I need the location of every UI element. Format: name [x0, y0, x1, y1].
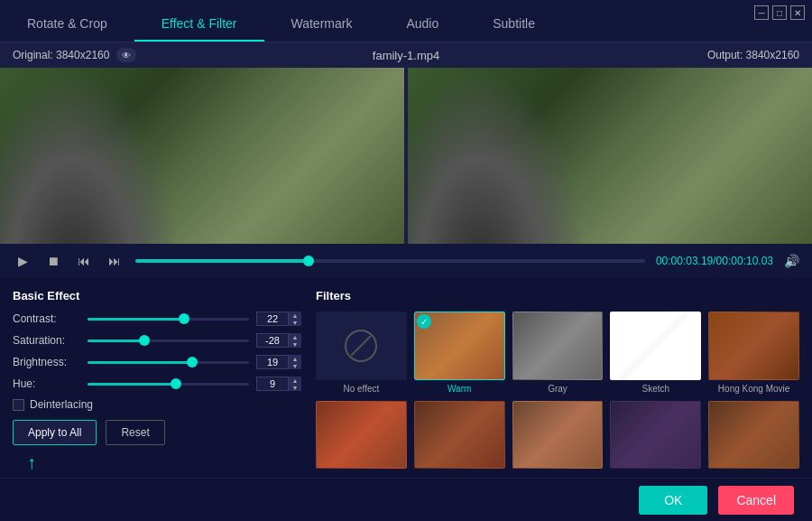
- saturation-spinner[interactable]: ▲ ▼: [289, 333, 301, 348]
- playback-controls: ▶ ⏹ ⏮ ⏭ 00:00:03.19/00:00:10.03 🔊: [0, 244, 812, 278]
- brightness-label: Brightness:: [13, 356, 80, 368]
- filter-warm[interactable]: ✓ Warm: [414, 312, 505, 394]
- filter-thumb-r5: [708, 401, 799, 470]
- preview-toggle-icon[interactable]: 👁: [116, 48, 136, 62]
- maximize-button[interactable]: □: [772, 5, 787, 20]
- saturation-down[interactable]: ▼: [289, 340, 301, 348]
- brightness-row: Brightness: 19 ▲ ▼: [13, 355, 301, 369]
- hue-thumb[interactable]: [171, 378, 181, 389]
- filter-hk-movie[interactable]: Hong Kong Movie: [708, 312, 799, 394]
- progress-fill: [135, 259, 309, 263]
- filter-thumb-gray: [512, 312, 604, 380]
- head-overlay: [0, 68, 180, 244]
- filter-r2[interactable]: [414, 401, 505, 473]
- tab-bar: Rotate & Crop Effect & Filter Watermark …: [0, 0, 812, 42]
- video-original: [0, 68, 404, 244]
- saturation-fill: [88, 340, 144, 342]
- filter-r1[interactable]: [316, 401, 407, 473]
- contrast-down[interactable]: ▼: [289, 319, 301, 326]
- minimize-button[interactable]: ─: [754, 5, 769, 20]
- time-display: 00:00:03.19/00:00:10.03: [656, 255, 773, 267]
- contrast-row: Contrast: 22 ▲ ▼: [13, 312, 301, 326]
- progress-bar[interactable]: [135, 259, 645, 263]
- hue-value[interactable]: 9: [256, 377, 289, 391]
- filter-thumb-no-effect: [316, 312, 407, 380]
- video-preview: [408, 68, 812, 244]
- cancel-button[interactable]: Cancel: [718, 486, 794, 515]
- filter-thumb-r3: [512, 401, 604, 470]
- saturation-up[interactable]: ▲: [289, 333, 301, 340]
- hue-up[interactable]: ▲: [289, 377, 301, 384]
- filename: family-1.mp4: [373, 49, 439, 62]
- progress-thumb[interactable]: [303, 256, 314, 266]
- play-button[interactable]: ▶: [13, 251, 32, 271]
- hue-row: Hue: 9 ▲ ▼: [13, 377, 301, 391]
- filter-r5[interactable]: [708, 401, 799, 473]
- contrast-slider[interactable]: [88, 318, 249, 321]
- brightness-spinner[interactable]: ▲ ▼: [289, 355, 301, 369]
- filter-gray[interactable]: Gray: [512, 312, 604, 394]
- filter-label-gray: Gray: [548, 384, 567, 394]
- brightness-down[interactable]: ▼: [289, 362, 301, 369]
- tab-effect-filter[interactable]: Effect & Filter: [134, 7, 264, 42]
- selected-checkmark: ✓: [417, 314, 431, 329]
- contrast-fill: [88, 318, 184, 321]
- apply-to-all-button[interactable]: Apply to All: [13, 420, 97, 445]
- brightness-value-box: 19 ▲ ▼: [256, 355, 301, 369]
- brightness-fill: [88, 361, 192, 364]
- contrast-up[interactable]: ▲: [289, 312, 301, 319]
- reset-button[interactable]: Reset: [106, 420, 164, 445]
- tab-audio[interactable]: Audio: [379, 7, 466, 42]
- tab-rotate-crop[interactable]: Rotate & Crop: [0, 7, 134, 42]
- tab-subtitle[interactable]: Subtitle: [466, 7, 562, 42]
- contrast-spinner[interactable]: ▲ ▼: [289, 312, 301, 326]
- bottom-bar: OK Cancel: [0, 478, 812, 521]
- deinterlace-row: Deinterlacing: [13, 398, 301, 411]
- filter-thumb-sketch: [610, 312, 701, 380]
- filter-thumb-hkm: [708, 312, 799, 380]
- stop-button[interactable]: ⏹: [43, 251, 63, 271]
- no-effect-icon: [345, 330, 377, 362]
- prev-button[interactable]: ⏮: [74, 251, 94, 271]
- filter-sketch[interactable]: Sketch: [610, 312, 701, 394]
- brightness-thumb[interactable]: [187, 357, 198, 367]
- hue-down[interactable]: ▼: [289, 384, 301, 391]
- filter-thumb-r4: [610, 401, 701, 470]
- saturation-slider[interactable]: [88, 340, 249, 342]
- contrast-value-box: 22 ▲ ▼: [256, 312, 301, 326]
- hue-value-box: 9 ▲ ▼: [256, 377, 301, 391]
- preview-right: [408, 68, 812, 244]
- arrow-indicator: ↑: [27, 452, 301, 473]
- next-button[interactable]: ⏭: [105, 251, 125, 271]
- hue-fill: [88, 383, 176, 386]
- volume-icon[interactable]: 🔊: [784, 254, 799, 268]
- tab-watermark[interactable]: Watermark: [264, 7, 380, 42]
- saturation-value[interactable]: -28: [256, 333, 289, 348]
- original-resolution: Original: 3840x2160: [13, 49, 109, 61]
- contrast-thumb[interactable]: [179, 313, 189, 324]
- output-resolution: Output: 3840x2160: [707, 49, 799, 61]
- filter-label-warm: Warm: [448, 384, 471, 394]
- saturation-thumb[interactable]: [139, 335, 150, 346]
- basic-effect-title: Basic Effect: [13, 289, 301, 302]
- preview-left: [0, 68, 404, 244]
- hue-label: Hue:: [13, 377, 80, 390]
- brightness-up[interactable]: ▲: [289, 355, 301, 362]
- ok-button[interactable]: OK: [639, 486, 707, 515]
- filter-r3[interactable]: [512, 401, 604, 473]
- contrast-value[interactable]: 22: [256, 312, 289, 326]
- filter-label-hkm: Hong Kong Movie: [718, 384, 790, 394]
- brightness-value[interactable]: 19: [256, 355, 289, 369]
- filter-r4[interactable]: [610, 401, 701, 473]
- contrast-label: Contrast:: [13, 312, 80, 325]
- preview-area: [0, 68, 812, 244]
- hue-slider[interactable]: [88, 383, 249, 386]
- saturation-row: Saturation: -28 ▲ ▼: [13, 333, 301, 348]
- close-button[interactable]: ✕: [790, 5, 805, 20]
- hue-spinner[interactable]: ▲ ▼: [289, 377, 301, 391]
- filters-title: Filters: [316, 289, 799, 302]
- brightness-slider[interactable]: [88, 361, 249, 364]
- deinterlace-checkbox[interactable]: [13, 399, 24, 411]
- head-overlay-right: [408, 68, 588, 244]
- filter-no-effect[interactable]: No effect: [316, 312, 407, 394]
